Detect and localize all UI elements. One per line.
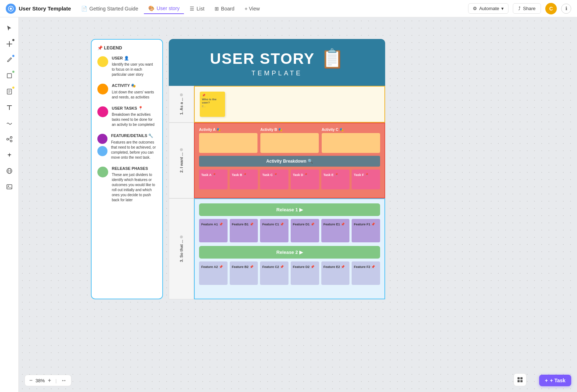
doc-icon: 📄 <box>81 6 87 12</box>
tool-notes[interactable] <box>3 85 16 98</box>
svg-point-4 <box>6 138 8 140</box>
tool-shapes[interactable] <box>3 69 16 82</box>
tasks-color-circle <box>97 106 108 117</box>
plus-icon: + <box>545 378 548 383</box>
tool-text[interactable] <box>3 101 16 114</box>
feature-a1: Feature A1 📌 <box>199 219 228 242</box>
activity-breakdown-bar: Activity Breakdown 🔍 <box>199 156 380 167</box>
share-icon: ⤴ <box>518 6 521 11</box>
tool-image[interactable] <box>3 180 16 193</box>
row-activity-wrapper: 2. I want ... Activity A 🎭 Activity B 🎭 <box>169 123 385 198</box>
tool-ai[interactable] <box>3 149 16 162</box>
tool-pen[interactable] <box>3 53 16 66</box>
svg-rect-9 <box>7 185 12 189</box>
task-b: Task B 📍 <box>230 169 258 189</box>
feature-color-circle <box>97 134 107 144</box>
header-subtitle: TEMPLATE <box>183 70 371 77</box>
row1-side-label: 1. As a ... <box>169 86 194 123</box>
feature-e2: Feature E2 📌 <box>321 261 350 285</box>
feature-light-color-circle <box>97 146 107 156</box>
release1-bar: Release 1 ▶ <box>199 203 380 216</box>
row3-side-label: 3. So that ... <box>169 198 194 299</box>
fit-button[interactable]: ↔ <box>61 377 67 384</box>
tab-user-story[interactable]: 🎨 User story <box>144 3 184 14</box>
legend-item-user: USER 👤 Identify the user you want to foc… <box>97 56 157 77</box>
tool-connections[interactable] <box>3 133 16 146</box>
svg-rect-11 <box>517 377 520 379</box>
zoom-level: 38% <box>35 378 45 383</box>
feature-e1: Feature E1 📌 <box>321 219 350 242</box>
legend-item-activity: ACTIVITY 🎭 List down the users' wants an… <box>97 83 157 100</box>
canvas-area[interactable]: 📌 LEGEND USER 👤 Identify the user you wa… <box>19 17 577 392</box>
zoom-out-button[interactable]: − <box>29 377 32 384</box>
svg-point-1 <box>10 8 12 10</box>
grid-button[interactable] <box>514 373 527 386</box>
feature-f1: Feature F1 📌 <box>352 219 380 242</box>
tab-list[interactable]: ☰ List <box>185 4 209 14</box>
tab-getting-started[interactable]: 📄 Getting Started Guide <box>77 4 142 14</box>
user-color-circle <box>97 56 108 67</box>
activity-b-label: Activity B 🎭 <box>260 128 282 132</box>
legend-title: 📌 LEGEND <box>97 45 157 50</box>
row-release-content: Release 1 ▶ Feature A1 📌 Feature B1 📌 Fe… <box>194 198 385 299</box>
task-e: Task E 📍 <box>321 169 350 189</box>
tool-cursor[interactable] <box>3 22 16 35</box>
svg-point-10 <box>8 186 9 187</box>
chevron-down-icon: ▾ <box>501 6 504 11</box>
canvas-content: 📌 LEGEND USER 👤 Identify the user you wa… <box>91 39 385 299</box>
feature-c1: Feature C1 📌 <box>260 219 288 242</box>
app-title: User Story Template <box>19 5 71 12</box>
feature-a2: Feature A2 📌 <box>199 261 228 285</box>
feature-b1: Feature B1 📌 <box>230 219 258 242</box>
tools-sidebar <box>0 17 19 392</box>
svg-point-5 <box>10 137 12 138</box>
row2-side-label: 2. I want ... <box>169 123 194 198</box>
release1-features: Feature A1 📌 Feature B1 📌 Feature C1 📌 F… <box>199 219 380 242</box>
zoom-in-button[interactable]: + <box>48 377 51 384</box>
activity-c-label: Activity C 🎭 <box>322 128 344 132</box>
row-activity-content: Activity A 🎭 Activity B 🎭 Activity C 🎭 <box>194 123 385 198</box>
board-icon: ⊞ <box>215 6 219 12</box>
legend-item-tasks: USER TASKS 📍 Breakdown the activities ta… <box>97 106 157 127</box>
legend-item-release: RELEASE PHASES These are just dividers t… <box>97 166 157 203</box>
svg-rect-2 <box>7 74 12 78</box>
list-icon: ☰ <box>190 6 194 12</box>
activity-c-card <box>322 133 380 153</box>
feature-c2: Feature C2 📌 <box>260 261 288 285</box>
topnav: User Story Template 📄 Getting Started Gu… <box>0 0 577 17</box>
activity-b-card <box>260 133 319 153</box>
svg-point-6 <box>10 140 12 142</box>
task-f: Task F 📍 <box>352 169 380 189</box>
template-area: USER STORY 📋 TEMPLATE 1. As a ... <box>169 39 385 299</box>
activity-a-label: Activity A 🎭 <box>199 128 221 132</box>
topnav-right: ⚙ Automate ▾ ⤴ Share C ℹ <box>468 3 571 14</box>
tab-board[interactable]: ⊞ Board <box>210 4 239 14</box>
activity-color-circle <box>97 84 108 94</box>
feature-d1: Feature D1 📌 <box>291 219 319 242</box>
tasks-row: Task A 📍 Task B 📍 Task C 📍 Task D 📍 Task… <box>199 169 380 189</box>
avatar: C <box>545 3 557 14</box>
svg-rect-13 <box>517 380 520 382</box>
feature-f2: Feature F2 📌 <box>352 261 380 285</box>
feature-b2: Feature B2 📌 <box>230 261 258 285</box>
tab-view[interactable]: + View <box>240 4 264 14</box>
row-release-wrapper: 3. So that ... Release 1 ▶ Feature A1 📌 … <box>169 198 385 299</box>
app-logo <box>6 4 16 14</box>
svg-rect-14 <box>520 380 523 382</box>
zoom-controls: − 38% + | ↔ <box>25 375 71 386</box>
release2-bar: Release 2 ▶ <box>199 246 380 259</box>
automate-button[interactable]: ⚙ Automate ▾ <box>468 3 509 14</box>
feature-d2: Feature D2 📌 <box>291 261 319 285</box>
header-icon: 📋 <box>321 48 344 70</box>
task-c: Task C 📍 <box>260 169 288 189</box>
tool-create[interactable] <box>3 38 16 50</box>
header-title: USER STORY <box>210 50 315 67</box>
info-button[interactable]: ℹ <box>561 4 571 14</box>
tool-globe[interactable] <box>3 164 16 177</box>
main-layout: 📌 LEGEND USER 👤 Identify the user you wa… <box>0 17 577 392</box>
sticky-user: 📌 Who is the user? E... <box>200 92 225 117</box>
activity-a-card <box>199 133 257 153</box>
add-task-button[interactable]: + + Task <box>539 375 571 386</box>
share-button[interactable]: ⤴ Share <box>513 3 541 14</box>
tool-wave[interactable] <box>3 117 16 130</box>
